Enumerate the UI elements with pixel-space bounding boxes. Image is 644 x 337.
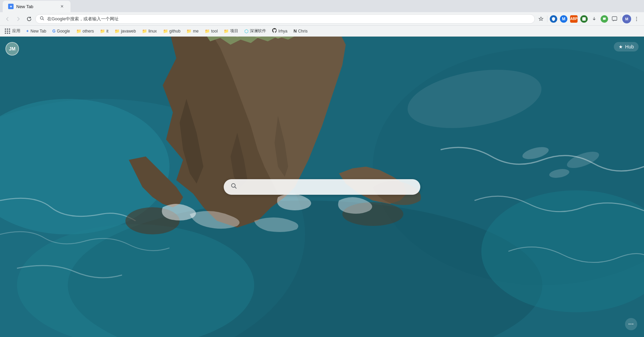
tab-favicon: ✦	[8, 4, 14, 9]
search-icon	[230, 183, 237, 191]
notion-icon: N	[294, 28, 297, 34]
toolbar: 在Google中搜索，或者输入一个网址 M ABP	[0, 12, 644, 26]
address-bar[interactable]: 在Google中搜索，或者输入一个网址	[35, 14, 535, 24]
folder-icon: 📁	[224, 29, 229, 34]
bookmark-linux[interactable]: 📁 linux	[139, 28, 160, 35]
bookmark-label: tool	[211, 29, 218, 34]
ext-shield-icon[interactable]	[549, 14, 558, 24]
bookmark-google[interactable]: G Google	[49, 28, 73, 35]
address-text: 在Google中搜索，或者输入一个网址	[47, 16, 119, 22]
svg-rect-2	[612, 17, 617, 20]
ext-chat-icon[interactable]	[600, 14, 609, 24]
bookmark-it[interactable]: 📁 it	[97, 28, 111, 35]
user-avatar[interactable]: JM	[5, 42, 19, 56]
bookmark-star-button[interactable]	[536, 14, 546, 24]
main-content: JM ★ Hub ···	[0, 37, 644, 337]
browser-shell: ✦ New Tab ✕ 在Google中搜索，或者输入一个网址	[0, 0, 644, 337]
apps-button[interactable]: 应用	[3, 27, 22, 35]
bookmark-label: me	[193, 29, 199, 34]
bookmark-irhya[interactable]: Irhya	[269, 27, 290, 35]
apps-grid-icon	[5, 28, 10, 34]
bookmark-label: 项目	[230, 28, 238, 34]
bookmark-label: javaweb	[121, 29, 136, 34]
folder-icon: 📁	[142, 29, 147, 34]
svg-point-7	[636, 20, 637, 21]
svg-text:M: M	[625, 17, 628, 21]
folder-icon: 📁	[115, 29, 120, 34]
bookmark-javaweb[interactable]: 📁 javaweb	[112, 28, 139, 35]
forward-button[interactable]	[14, 14, 23, 24]
address-search-icon	[40, 16, 44, 22]
search-input[interactable]	[241, 184, 414, 190]
bookmark-chris[interactable]: N Chris	[291, 27, 310, 35]
bookmark-label: it	[106, 29, 108, 34]
google-favicon: G	[52, 29, 55, 34]
bookmark-label: others	[83, 29, 94, 34]
bookmark-others[interactable]: 📁 others	[74, 28, 97, 35]
svg-rect-1	[582, 17, 586, 21]
bookmark-label: Chris	[298, 29, 307, 34]
bookmark-github[interactable]: 📁 github	[160, 28, 183, 35]
reload-button[interactable]	[24, 14, 34, 24]
folder-icon: 📁	[163, 29, 168, 34]
folder-icon: 📁	[186, 29, 192, 34]
bookmarks-bar: 应用 ✦ New Tab G Google 📁 others 📁 it 📁 ja…	[0, 26, 644, 37]
ext-message-icon[interactable]	[610, 14, 619, 24]
new-tab-icon: ✦	[26, 29, 29, 34]
folder-icon: 📁	[76, 29, 81, 34]
toolbar-right: M ABP	[536, 14, 641, 24]
bookmark-label: github	[169, 29, 181, 34]
ext-adblock-icon[interactable]: ABP	[569, 14, 579, 24]
svg-point-0	[40, 17, 43, 19]
svg-point-5	[636, 17, 637, 18]
hub-button[interactable]: ★ Hub	[614, 42, 639, 51]
bookmark-label: New Tab	[31, 29, 46, 34]
star-icon: ★	[619, 44, 623, 49]
tab-bar: ✦ New Tab ✕	[0, 0, 644, 12]
bookmark-label: Google	[57, 29, 70, 34]
bookmark-shenlan[interactable]: ⬡ 深澜软件	[242, 27, 269, 35]
bookmark-me[interactable]: 📁 me	[184, 28, 201, 35]
ext-green-icon[interactable]	[579, 14, 589, 24]
profile-avatar[interactable]: M	[622, 15, 631, 23]
center-search-container	[224, 179, 420, 195]
svg-point-6	[636, 18, 637, 19]
tab-close-button[interactable]: ✕	[59, 3, 65, 9]
svg-point-21	[232, 184, 235, 187]
bookmark-label: 深澜软件	[250, 28, 266, 34]
hub-label: Hub	[625, 44, 634, 49]
bookmark-project[interactable]: 📁 项目	[221, 27, 241, 35]
bookmark-tool[interactable]: 📁 tool	[202, 28, 220, 35]
tab-label: New Tab	[16, 4, 33, 9]
back-button[interactable]	[3, 14, 12, 24]
folder-icon: 📁	[205, 29, 210, 34]
menu-button[interactable]	[632, 14, 641, 24]
apps-label: 应用	[12, 28, 20, 34]
toolbar-divider	[547, 16, 547, 22]
ext-m-icon[interactable]: M	[559, 14, 568, 24]
shenlan-icon: ⬡	[244, 28, 248, 34]
active-tab[interactable]: ✦ New Tab ✕	[3, 1, 71, 12]
github-icon	[272, 28, 277, 34]
toolbar-divider-2	[621, 16, 621, 22]
bookmark-label: linux	[148, 29, 157, 34]
bookmark-label: Irhya	[278, 29, 287, 34]
folder-icon: 📁	[100, 29, 105, 34]
bookmark-new-tab[interactable]: ✦ New Tab	[23, 28, 49, 35]
more-options-button[interactable]: ···	[625, 318, 637, 330]
ext-arrow-icon[interactable]	[589, 14, 599, 24]
center-search-bar[interactable]	[224, 179, 420, 195]
